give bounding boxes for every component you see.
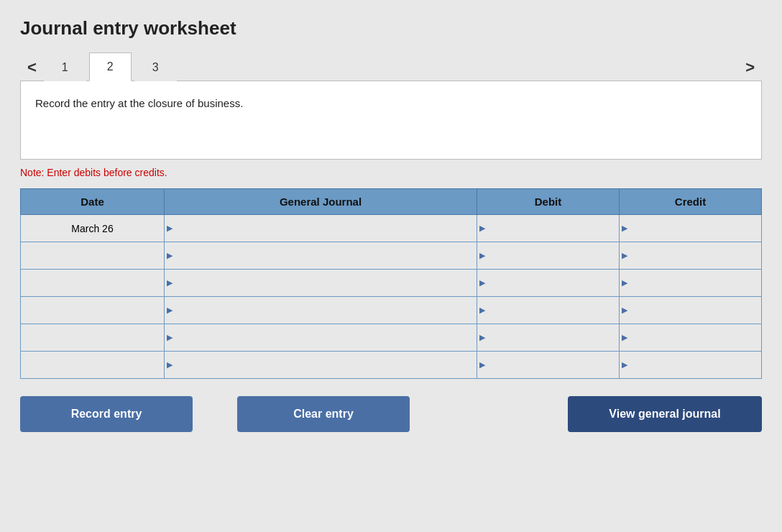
- debit-cell-4[interactable]: ▶: [477, 324, 620, 352]
- debit-cell-2[interactable]: ▶: [477, 270, 620, 297]
- credit-input-0[interactable]: [630, 215, 761, 242]
- credit-arrow-2: ▶: [620, 270, 630, 296]
- credit-arrow-1: ▶: [620, 242, 630, 269]
- gj-input-1[interactable]: [175, 242, 477, 269]
- table-row: ▶▶▶: [21, 324, 762, 352]
- debit-cell-1[interactable]: ▶: [477, 242, 620, 270]
- tab-navigation: < 1 2 3 >: [20, 52, 762, 81]
- debit-arrow-2: ▶: [477, 270, 487, 296]
- date-input-0[interactable]: [27, 215, 158, 242]
- credit-input-1[interactable]: [630, 242, 761, 269]
- date-cell-1[interactable]: [21, 242, 165, 270]
- debit-arrow-0: ▶: [477, 215, 487, 242]
- gj-input-0[interactable]: [175, 215, 477, 242]
- gj-cell-3[interactable]: ▶: [165, 297, 477, 324]
- record-entry-button[interactable]: Record entry: [20, 396, 193, 432]
- credit-cell-5[interactable]: ▶: [620, 352, 762, 379]
- gj-arrow-0: ▶: [165, 215, 175, 242]
- gj-cell-5[interactable]: ▶: [165, 352, 477, 379]
- gj-arrow-2: ▶: [165, 270, 175, 296]
- debit-arrow-1: ▶: [477, 242, 487, 269]
- date-cell-2[interactable]: [21, 270, 165, 297]
- credit-input-5[interactable]: [630, 352, 761, 378]
- debit-arrow-4: ▶: [477, 324, 487, 351]
- debit-input-0[interactable]: [487, 215, 619, 242]
- tab-3[interactable]: 3: [134, 53, 177, 81]
- note-text: Note: Enter debits before credits.: [20, 167, 762, 178]
- date-cell-3[interactable]: [21, 297, 165, 324]
- debit-cell-0[interactable]: ▶: [477, 215, 620, 242]
- date-input-2[interactable]: [27, 270, 158, 296]
- credit-arrow-3: ▶: [620, 297, 630, 324]
- credit-input-4[interactable]: [630, 324, 761, 351]
- debit-input-1[interactable]: [487, 242, 619, 269]
- debit-input-4[interactable]: [487, 324, 619, 351]
- clear-entry-button[interactable]: Clear entry: [237, 396, 410, 432]
- page-title: Journal entry worksheet: [20, 17, 762, 40]
- credit-arrow-0: ▶: [620, 215, 630, 242]
- tab-description: Record the entry at the closure of busin…: [35, 97, 747, 109]
- date-input-1[interactable]: [27, 242, 158, 269]
- gj-arrow-3: ▶: [165, 297, 175, 324]
- credit-cell-3[interactable]: ▶: [620, 297, 762, 324]
- debit-arrow-5: ▶: [477, 352, 487, 378]
- tab-content: Record the entry at the closure of busin…: [20, 81, 762, 160]
- journal-table: Date General Journal Debit Credit ▶▶▶▶▶▶…: [20, 188, 762, 379]
- tab-2[interactable]: 2: [89, 52, 132, 81]
- gj-cell-4[interactable]: ▶: [165, 324, 477, 352]
- gj-arrow-4: ▶: [165, 324, 175, 351]
- credit-arrow-4: ▶: [620, 324, 630, 351]
- gj-input-3[interactable]: [175, 297, 477, 324]
- view-general-journal-button[interactable]: View general journal: [568, 396, 762, 432]
- table-row: ▶▶▶: [21, 352, 762, 379]
- debit-input-2[interactable]: [487, 270, 619, 296]
- debit-input-3[interactable]: [487, 297, 619, 324]
- debit-arrow-3: ▶: [477, 297, 487, 324]
- table-row: ▶▶▶: [21, 215, 762, 242]
- col-header-gj: General Journal: [165, 189, 477, 215]
- date-input-4[interactable]: [27, 324, 158, 351]
- tab-1[interactable]: 1: [44, 53, 86, 81]
- debit-cell-3[interactable]: ▶: [477, 297, 620, 324]
- buttons-row: Record entry Clear entry View general jo…: [20, 396, 762, 432]
- next-arrow[interactable]: >: [738, 54, 762, 81]
- debit-cell-5[interactable]: ▶: [477, 352, 620, 379]
- gj-arrow-5: ▶: [165, 352, 175, 378]
- date-input-3[interactable]: [27, 297, 158, 324]
- credit-cell-1[interactable]: ▶: [620, 242, 762, 270]
- date-cell-0[interactable]: [21, 215, 165, 242]
- table-row: ▶▶▶: [21, 297, 762, 324]
- gj-input-5[interactable]: [175, 352, 477, 378]
- col-header-debit: Debit: [477, 189, 620, 215]
- date-input-5[interactable]: [27, 352, 158, 378]
- table-row: ▶▶▶: [21, 270, 762, 297]
- table-row: ▶▶▶: [21, 242, 762, 270]
- gj-input-4[interactable]: [175, 324, 477, 351]
- credit-cell-4[interactable]: ▶: [620, 324, 762, 352]
- gj-cell-1[interactable]: ▶: [165, 242, 477, 270]
- gj-input-2[interactable]: [175, 270, 477, 296]
- col-header-credit: Credit: [620, 189, 762, 215]
- date-cell-4[interactable]: [21, 324, 165, 352]
- credit-cell-0[interactable]: ▶: [620, 215, 762, 242]
- credit-arrow-5: ▶: [620, 352, 630, 378]
- col-header-date: Date: [21, 189, 165, 215]
- prev-arrow[interactable]: <: [20, 54, 44, 81]
- date-cell-5[interactable]: [21, 352, 165, 379]
- debit-input-5[interactable]: [487, 352, 619, 378]
- credit-input-3[interactable]: [630, 297, 761, 324]
- credit-input-2[interactable]: [630, 270, 761, 296]
- gj-cell-2[interactable]: ▶: [165, 270, 477, 297]
- gj-cell-0[interactable]: ▶: [165, 215, 477, 242]
- credit-cell-2[interactable]: ▶: [620, 270, 762, 297]
- gj-arrow-1: ▶: [165, 242, 175, 269]
